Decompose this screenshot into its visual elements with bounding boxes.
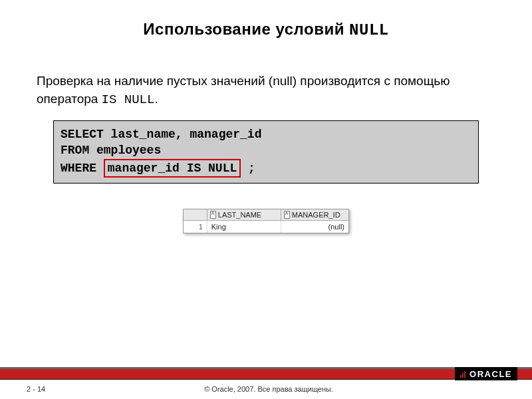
table-header: LAST_NAME MANAGER_ID <box>184 209 348 221</box>
result-table: LAST_NAME MANAGER_ID 1 King (null) <box>183 209 349 233</box>
table-row: 1 King (null) <box>184 221 348 233</box>
copyright-text: © Oracle, 2007. Все права защищены. <box>5 385 532 393</box>
logo-bars-icon <box>460 371 467 378</box>
oracle-logo: ORACLE <box>455 367 517 380</box>
cell-rownum: 1 <box>184 221 207 233</box>
header-managerid: MANAGER_ID <box>281 209 348 220</box>
footer-bottom: 2 - 14 © Oracle, 2007. Все права защищен… <box>0 379 532 399</box>
code-line-3: WHERE manager_id IS NULL ; <box>61 159 471 178</box>
header-lastname: LAST_NAME <box>207 209 281 220</box>
footer-red-bar: ORACLE <box>0 369 532 379</box>
title-text: Использование условий <box>143 20 349 38</box>
header-rownum <box>184 209 207 220</box>
body-prefix: Проверка на наличие пустых значений (nul… <box>37 74 450 106</box>
column-icon <box>210 211 216 219</box>
footer: ORACLE 2 - 14 © Oracle, 2007. Все права … <box>0 369 532 399</box>
slide-title: Использование условий NULL <box>0 0 532 39</box>
cell-lastname: King <box>207 221 281 233</box>
body-mono: IS NULL <box>102 92 155 107</box>
title-mono: NULL <box>349 21 389 39</box>
body-paragraph: Проверка на наличие пустых значений (nul… <box>37 72 495 108</box>
code-highlight: manager_id IS NULL <box>104 159 241 178</box>
cell-managerid: (null) <box>281 221 348 233</box>
code-line-2: FROM employees <box>61 142 471 158</box>
column-icon <box>284 211 290 219</box>
sql-code-block: SELECT last_name, manager_id FROM employ… <box>53 120 479 184</box>
body-suffix: . <box>154 92 158 106</box>
code-line-1: SELECT last_name, manager_id <box>61 126 471 142</box>
